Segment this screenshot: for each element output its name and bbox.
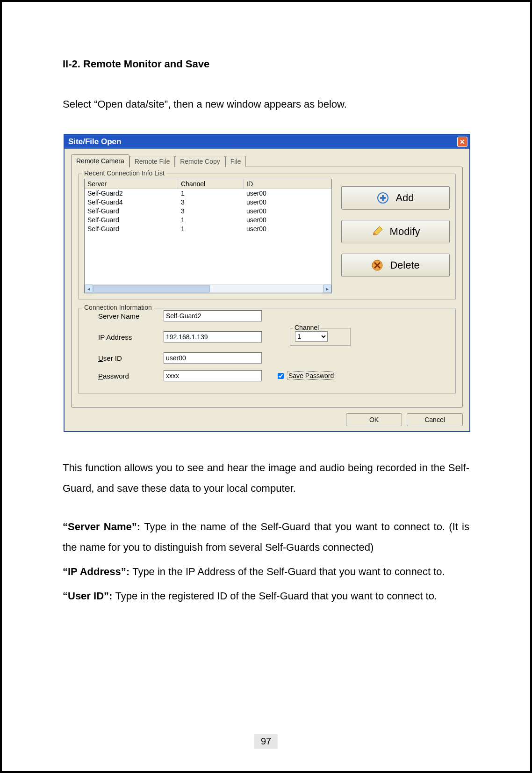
dialog-window: Site/File Open ✕ Remote Camera Remote Fi… [64, 134, 470, 432]
desc-ip: “IP Address”: Type in the IP Address of … [63, 562, 469, 582]
desc-user-text: Type in the registered ID of the Self-Gu… [115, 590, 437, 602]
channel-group: Channel 1 [290, 328, 351, 346]
delete-icon [371, 259, 383, 271]
scroll-track[interactable] [93, 284, 323, 293]
tab-remote-file[interactable]: Remote File [129, 156, 175, 167]
ok-button[interactable]: OK [346, 413, 402, 426]
password-field[interactable] [164, 370, 262, 381]
list-item[interactable]: Self-Guard3user00 [85, 207, 331, 216]
label-ip: IP Address [84, 333, 164, 341]
add-label: Add [395, 192, 414, 204]
delete-label: Delete [390, 259, 420, 271]
add-icon [377, 192, 389, 204]
content-area: II-2. Remote Monitor and Save Select “Op… [2, 2, 530, 606]
row-password: Password Save Password [84, 370, 450, 381]
row-server-name: Server Name [84, 310, 450, 321]
listview-inner[interactable]: Server Channel ID Self-Guard21user00Self… [84, 179, 332, 293]
channel-select[interactable]: 1 [295, 331, 328, 342]
connection-info-group: Connection Information Server Name IP Ad… [78, 308, 456, 394]
ip-address-field[interactable] [164, 331, 262, 343]
titlebar-title: Site/File Open [68, 137, 121, 146]
scroll-right-icon[interactable]: ► [323, 284, 331, 293]
pencil-icon [371, 226, 383, 238]
close-icon[interactable]: ✕ [457, 137, 467, 147]
user-id-field[interactable] [164, 352, 262, 364]
recent-connection-title: Recent Connection Info List [82, 169, 166, 177]
label-channel: Channel [293, 324, 320, 331]
col-header-id[interactable]: ID [244, 179, 331, 189]
connection-info-title: Connection Information [82, 304, 154, 311]
list-item[interactable]: Self-Guard1user00 [85, 225, 331, 233]
desc-server-name-label: “Server Name”: [63, 521, 144, 532]
listview-header: Server Channel ID [85, 179, 331, 189]
dialog-footer: OK Cancel [65, 410, 469, 431]
label-user-id: User ID [84, 354, 164, 362]
section-heading: II-2. Remote Monitor and Save [63, 58, 469, 70]
page: II-2. Remote Monitor and Save Select “Op… [0, 0, 532, 773]
save-password-checkbox[interactable] [278, 373, 284, 379]
col-header-channel[interactable]: Channel [178, 179, 244, 189]
titlebar: Site/File Open ✕ [65, 135, 469, 149]
connection-list: Server Channel ID Self-Guard21user00Self… [84, 179, 332, 293]
list-item[interactable]: Self-Guard21user00 [85, 189, 331, 198]
desc-ip-label: “IP Address”: [63, 566, 132, 577]
row-ip: IP Address Channel 1 [84, 328, 450, 346]
tab-remote-copy[interactable]: Remote Copy [175, 156, 225, 167]
list-item[interactable]: Self-Guard43user00 [85, 198, 331, 207]
label-server-name: Server Name [84, 312, 164, 320]
horizontal-scrollbar[interactable]: ◄ ► [85, 284, 331, 293]
paragraph-function: This function allows you to see and hear… [63, 458, 469, 499]
row-user: User ID [84, 352, 450, 364]
tab-panel: Recent Connection Info List Server Chann… [71, 167, 463, 408]
save-password-wrap: Save Password [276, 372, 335, 380]
tab-remote-camera[interactable]: Remote Camera [71, 154, 129, 168]
save-password-label[interactable]: Save Password [287, 372, 335, 380]
body-text: This function allows you to see and hear… [63, 458, 469, 606]
svg-rect-2 [382, 195, 384, 201]
delete-button[interactable]: Delete [341, 254, 450, 277]
add-button[interactable]: Add [341, 186, 450, 210]
server-name-field[interactable] [164, 310, 262, 321]
listview-rows: Self-Guard21user00Self-Guard43user00Self… [85, 189, 331, 233]
list-item[interactable]: Self-Guard1user00 [85, 216, 331, 225]
dialog-body: Remote Camera Remote File Remote Copy Fi… [65, 149, 469, 410]
recent-connection-group: Recent Connection Info List Server Chann… [78, 174, 456, 299]
list-area: Server Channel ID Self-Guard21user00Self… [84, 179, 450, 293]
label-password: Password [84, 372, 164, 380]
desc-server-name: “Server Name”: Type in the name of the S… [63, 517, 469, 558]
page-number: 97 [254, 734, 278, 749]
modify-label: Modify [390, 226, 420, 238]
scroll-left-icon[interactable]: ◄ [85, 284, 93, 293]
col-header-server[interactable]: Server [85, 179, 178, 189]
tab-strip: Remote Camera Remote File Remote Copy Fi… [71, 154, 463, 167]
side-buttons: Add Modify [341, 179, 450, 277]
desc-user: “User ID”: Type in the registered ID of … [63, 586, 469, 606]
intro-text: Select “Open data/site”, then a new wind… [63, 98, 469, 110]
tab-file[interactable]: File [225, 156, 246, 167]
scroll-thumb[interactable] [93, 285, 210, 292]
desc-ip-text: Type in the IP Address of the Self-Guard… [132, 566, 445, 577]
modify-button[interactable]: Modify [341, 220, 450, 243]
desc-user-label: “User ID”: [63, 590, 115, 602]
cancel-button[interactable]: Cancel [407, 413, 463, 426]
